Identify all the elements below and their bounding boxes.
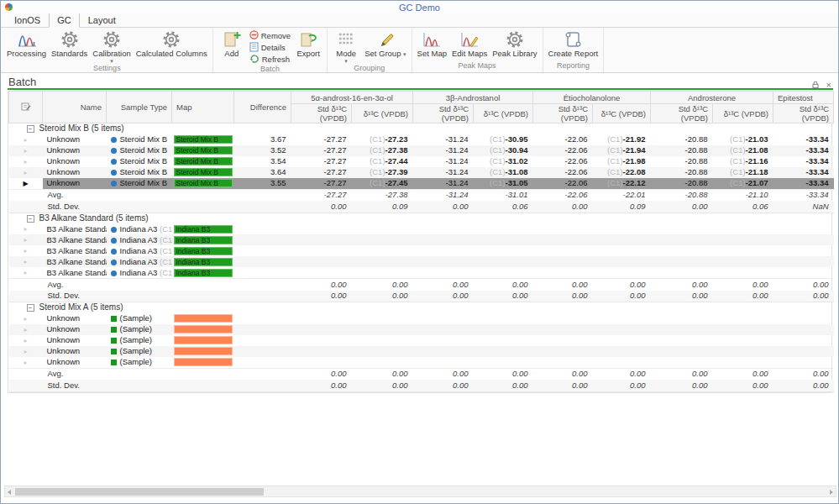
table-row[interactable]: ▸Unknown(Sample) [9, 346, 834, 357]
sample-type-marker-icon [111, 327, 117, 333]
tab-layout[interactable]: Layout [80, 13, 124, 28]
details-button[interactable]: Details [248, 42, 292, 53]
tab-gc[interactable]: GC [49, 12, 80, 28]
table-row[interactable]: ▸Unknown(Sample) [9, 324, 834, 335]
horizontal-scrollbar[interactable] [4, 486, 836, 497]
batch-grid: Name Sample Type Map Difference 5α-andro… [8, 91, 832, 393]
scroll-right-icon[interactable] [830, 490, 833, 495]
sample-type-marker-icon [111, 159, 117, 165]
remove-icon [249, 30, 259, 41]
row-arrow-icon: ▸ [24, 269, 27, 276]
add-document-icon [222, 29, 242, 50]
compound-header[interactable]: 3β-Androstanol [413, 92, 533, 104]
map-bar: Steroid Mix B [174, 146, 233, 155]
ribbon-group-reporting: Create Report Reporting [543, 28, 605, 72]
map-bar: Indiana B3 [174, 258, 233, 266]
table-row[interactable]: ▶UnknownSteroid Mix BSteroid Mix B3.55-2… [9, 178, 834, 190]
subcolumn-header-std[interactable]: Std δ¹³C (VPDB) [533, 104, 593, 123]
collapse-icon[interactable]: − [27, 304, 34, 312]
sample-type-marker-icon [111, 349, 117, 354]
row-indicator-header[interactable] [9, 92, 43, 123]
map-bar: Steroid Mix B [174, 157, 233, 165]
edit-maps-button[interactable]: Edit Maps [449, 28, 490, 58]
scroll-left-icon[interactable] [8, 490, 11, 495]
row-arrow-icon: ▸ [24, 326, 27, 333]
map-bar: Steroid Mix B [174, 179, 233, 187]
scrollbar-thumb[interactable] [15, 488, 264, 496]
table-row[interactable]: ▸B3 Alkane StandardIndiana A3 (C1)Indian… [9, 234, 834, 245]
map-bar: Indiana B3 [174, 225, 233, 234]
subcolumn-header-std[interactable]: Std δ¹³C (VPDB) [291, 104, 352, 123]
group-row[interactable]: −Steroid Mix B (5 items) [9, 123, 834, 134]
create-report-button[interactable]: Create Report [546, 28, 601, 58]
table-row[interactable]: ▸Unknown(Sample) [9, 313, 834, 324]
set-group-button[interactable]: Set Group ▾ [362, 28, 408, 58]
ribbon-group-settings: Processing Standards Calibration ▾ [2, 28, 213, 72]
subcolumn-header-std[interactable]: Std δ¹³C (VPDB) [651, 104, 713, 123]
selected-row-arrow-icon: ▶ [23, 180, 28, 187]
add-button[interactable]: Add [216, 28, 248, 58]
ribbon-group-label: Settings [4, 64, 210, 74]
table-row[interactable]: ▸Unknown(Sample) [9, 357, 834, 369]
remove-button[interactable]: Remove [248, 30, 292, 41]
collapse-icon[interactable]: − [27, 125, 34, 133]
sample-type-marker-icon [111, 238, 117, 244]
gear-icon [60, 29, 80, 50]
compound-header[interactable]: Epitestost [773, 92, 834, 104]
export-button[interactable]: Export [292, 28, 324, 58]
dropdown-caret-icon: ▾ [110, 58, 113, 64]
ribbon-group-label: Reporting [546, 61, 601, 72]
tab-ionos[interactable]: IonOS [6, 13, 49, 28]
subcolumn-header-delta[interactable]: δ¹³C (VPDB) [713, 104, 773, 123]
table-row[interactable]: ▸UnknownSteroid Mix BSteroid Mix B3.67-2… [9, 134, 834, 145]
refresh-icon [249, 54, 260, 66]
pencil-icon [375, 29, 396, 50]
title-bar: GC Demo [1, 1, 838, 13]
column-header-difference[interactable]: Difference [234, 92, 291, 123]
processing-button[interactable]: Processing [4, 28, 49, 58]
gear-icon [505, 29, 525, 50]
collapse-icon[interactable]: − [27, 215, 34, 223]
subcolumn-header-delta[interactable]: δ¹³C (VPDB) [474, 104, 533, 123]
panel-title: Batch [8, 76, 36, 88]
subcolumn-header-delta[interactable]: δ¹³C (VPDB) [352, 104, 413, 123]
table-row[interactable]: ▸B3 Alkane StandardIndiana A3 (C1)Indian… [9, 256, 834, 267]
sample-type-marker-icon [111, 338, 117, 344]
table-row[interactable]: ▸Unknown(Sample) [9, 335, 834, 346]
set-map-button[interactable]: Set Map [415, 28, 449, 58]
subcolumn-header-std[interactable]: Std δ¹³C (VPDB) [413, 104, 474, 123]
map-bar [174, 314, 233, 323]
compound-header[interactable]: Étiocholanolone [533, 92, 651, 104]
export-icon [298, 29, 318, 50]
table-row[interactable]: ▸UnknownSteroid Mix BSteroid Mix B3.54-2… [9, 156, 834, 167]
sample-type-marker-icon [111, 316, 117, 322]
column-header-map[interactable]: Map [172, 92, 234, 123]
subcolumn-header-std[interactable]: Std δ¹³C (VPDB) [773, 104, 834, 123]
peak-map-icon [422, 29, 442, 50]
table-row[interactable]: ▸UnknownSteroid Mix BSteroid Mix B3.64-2… [9, 167, 834, 178]
table-row[interactable]: ▸B3 Alkane StandardIndiana A3 (C1)Indian… [9, 267, 834, 279]
window-title: GC Demo [399, 3, 440, 13]
table-row[interactable]: ▸UnknownSteroid Mix BSteroid Mix B3.52-2… [9, 145, 834, 156]
column-header-sample-type[interactable]: Sample Type [107, 92, 172, 123]
calculated-columns-button[interactable]: Calculated Columns [134, 28, 210, 58]
table-row[interactable]: ▸B3 Alkane StandardIndiana A3 (C1)Indian… [9, 223, 834, 234]
summary-row: Std. Dev.0.000.000.000.000.000.000.000.0… [9, 380, 834, 391]
row-arrow-icon: ▸ [24, 136, 27, 144]
peak-library-button[interactable]: Peak Library [490, 28, 539, 58]
compound-header[interactable]: 5α-androst-16-en-3α-ol [291, 92, 413, 104]
subcolumn-header-delta[interactable]: δ¹³C (VPDB) [593, 104, 651, 123]
group-row[interactable]: −Steroid Mix A (5 items) [9, 302, 834, 313]
column-header-name[interactable]: Name [43, 92, 107, 123]
app-logo-icon [5, 3, 13, 11]
group-row[interactable]: −B3 Alkane Standard (5 items) [9, 213, 834, 223]
table-row[interactable]: ▸B3 Alkane StandardIndiana A3 (C1)Indian… [9, 245, 834, 256]
mode-button[interactable]: Mode ▾ [330, 28, 362, 64]
map-bar: Indiana B3 [174, 247, 233, 255]
sample-type-marker-icon [111, 270, 117, 276]
compound-header[interactable]: Androsterone [651, 92, 773, 104]
calibration-button[interactable]: Calibration ▾ [90, 28, 133, 64]
standards-button[interactable]: Standards [49, 28, 90, 58]
grouping-mode-icon [336, 29, 356, 50]
refresh-button[interactable]: Refresh [248, 54, 292, 65]
